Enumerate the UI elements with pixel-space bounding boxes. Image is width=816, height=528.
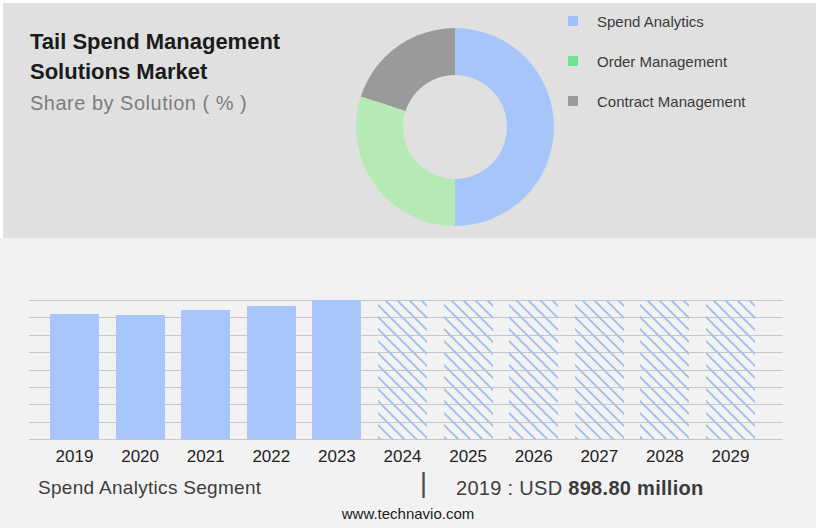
legend-swatch-icon (568, 56, 578, 66)
bar-plot (29, 300, 783, 439)
bar-2021 (181, 310, 230, 439)
forecast-bar-2029 (706, 300, 755, 439)
legend-label: Order Management (597, 53, 727, 70)
bar-2020 (116, 315, 165, 439)
bar-2022 (247, 306, 296, 439)
x-tick-label: 2019 (42, 447, 108, 467)
donut-hole (403, 75, 507, 179)
forecast-bar-2026 (509, 300, 558, 439)
report-title: Tail Spend Management Solutions Market (30, 27, 315, 87)
legend-swatch-icon (568, 16, 578, 26)
legend-item: Contract Management (568, 93, 814, 109)
forecast-bar-2028 (640, 300, 689, 439)
forecast-bar-2024 (378, 300, 427, 439)
legend-label: Spend Analytics (597, 13, 704, 30)
legend-label: Contract Management (597, 93, 745, 110)
segment-value-amount: 898.80 million (568, 477, 703, 499)
segment-value: 2019 : USD 898.80 million (456, 477, 704, 500)
forecast-bar-2027 (575, 300, 624, 439)
x-tick-label: 2021 (173, 447, 239, 467)
caption-separator: | (420, 468, 427, 499)
x-tick-label: 2026 (501, 447, 567, 467)
x-tick-label: 2025 (435, 447, 501, 467)
x-tick-label: 2023 (304, 447, 370, 467)
legend-item: Spend Analytics (568, 13, 814, 29)
x-tick-label: 2027 (566, 447, 632, 467)
bar-2019 (50, 314, 99, 439)
x-axis: 2019202020212022202320242025202620272028… (29, 447, 783, 471)
report-subtitle: Share by Solution ( % ) (30, 92, 247, 115)
x-tick-label: 2024 (370, 447, 436, 467)
legend-item: Order Management (568, 53, 814, 69)
segment-caption: Spend Analytics Segment (38, 477, 261, 499)
donut-legend: Spend AnalyticsOrder ManagementContract … (568, 13, 814, 133)
x-tick-label: 2022 (238, 447, 304, 467)
gridline (29, 439, 783, 440)
segment-value-prefix: 2019 : USD (456, 477, 562, 499)
legend-swatch-icon (568, 96, 578, 106)
market-infographic: Tail Spend Management Solutions Market S… (0, 0, 816, 528)
bar-2023 (312, 300, 361, 439)
donut-chart (356, 28, 554, 226)
x-tick-label: 2029 (698, 447, 764, 467)
x-tick-label: 2028 (632, 447, 698, 467)
website-url: www.technavio.com (0, 505, 816, 522)
x-tick-label: 2020 (107, 447, 173, 467)
forecast-bar-2025 (444, 300, 493, 439)
